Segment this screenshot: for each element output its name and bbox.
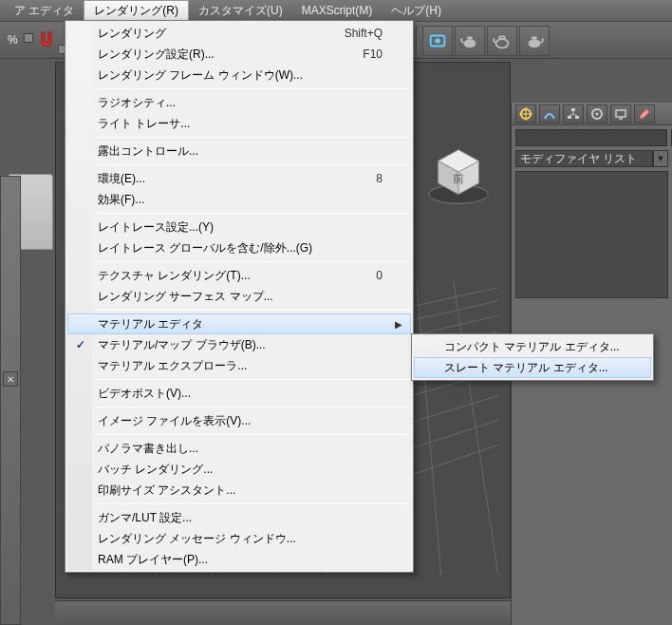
svg-rect-19 <box>467 36 473 39</box>
menu-item-accelerator: F10 <box>363 47 383 61</box>
menu-item[interactable]: 環境(E)...8 <box>67 168 411 189</box>
viewcube-face-label: 前 <box>453 172 464 184</box>
menu-item[interactable]: ライト トレーサ... <box>67 113 411 134</box>
menu-item-label: ガンマ/LUT 設定... <box>98 510 383 526</box>
teapot-render-last-button[interactable] <box>519 26 550 56</box>
menu-item-label: ビデオポスト(V)... <box>98 386 383 402</box>
menu-separator <box>96 137 409 138</box>
svg-line-36 <box>573 114 577 116</box>
menu-item-label: マテリアル エディタ <box>98 316 383 332</box>
hierarchy-tab[interactable] <box>563 104 584 123</box>
left-dock-close-icon[interactable]: ✕ <box>3 371 18 387</box>
menu-separator <box>96 434 409 435</box>
menu-item-label: レンダリング <box>98 26 345 42</box>
menu-item-label: ラジオシティ... <box>98 95 383 111</box>
toolbar-separator <box>416 26 419 54</box>
svg-point-18 <box>464 39 476 47</box>
command-panel-tabs <box>512 103 672 125</box>
percent-flyout-icon[interactable] <box>24 33 33 43</box>
svg-rect-23 <box>532 36 537 39</box>
menu-item-label: 印刷サイズ アシスタント... <box>98 483 383 499</box>
menu-separator <box>96 213 409 214</box>
menu-separator <box>96 310 409 311</box>
menu-item[interactable]: パノラマ書き出し... <box>67 438 411 459</box>
menu-item-label: レンダリング フレーム ウィンドウ(W)... <box>98 67 383 84</box>
menu-customize[interactable]: カスタマイズ(U) <box>189 0 292 21</box>
menu-rendering[interactable]: レンダリング(R) <box>84 0 189 21</box>
menu-item[interactable]: レンダリング メッセージ ウィンドウ... <box>67 528 411 549</box>
menu-item[interactable]: ビデオポスト(V)... <box>67 383 411 404</box>
menu-item[interactable]: レイトレース グローバルを含む/除外...(G) <box>67 237 411 258</box>
svg-point-17 <box>435 38 440 44</box>
check-icon: ✓ <box>73 337 88 352</box>
menu-item[interactable]: ラジオシティ... <box>67 92 411 113</box>
menu-item-label: イメージ ファイルを表示(V)... <box>98 413 383 429</box>
main-menubar: ア エディタ レンダリング(R) カスタマイズ(U) MAXScript(M) … <box>0 0 672 21</box>
submenu-arrow-icon: ▶ <box>395 319 402 330</box>
submenu-item[interactable]: スレート マテリアル エディタ... <box>414 357 651 378</box>
menu-item[interactable]: マテリアル エクスプローラ... <box>67 355 411 376</box>
modify-tab[interactable] <box>539 104 560 123</box>
svg-line-14 <box>417 281 441 576</box>
snap-magnet-icon[interactable] <box>39 29 54 50</box>
modifier-stack[interactable] <box>515 171 668 298</box>
menu-item-label: ライト トレーサ... <box>98 116 383 132</box>
menu-item-label: RAM プレイヤー(P)... <box>98 552 383 568</box>
svg-rect-32 <box>568 116 571 119</box>
menu-separator <box>96 88 409 89</box>
menu-item[interactable]: テクスチャ レンダリング(T)...0 <box>67 265 411 286</box>
menu-item-label: 効果(F)... <box>98 192 383 208</box>
menu-item[interactable]: 印刷サイズ アシスタント... <box>67 480 411 501</box>
menu-item[interactable]: レンダリング設定(R)...F10 <box>67 44 411 65</box>
render-setup-button[interactable] <box>422 26 453 56</box>
menu-item-label: パノラマ書き出し... <box>98 441 383 457</box>
teapot-render-button[interactable] <box>455 26 485 56</box>
menu-item[interactable]: 露出コントロール... <box>67 141 411 161</box>
svg-rect-39 <box>616 110 625 117</box>
menu-item-label: レンダリング設定(R)... <box>98 47 363 63</box>
motion-tab[interactable] <box>587 104 607 123</box>
menu-item-accelerator: Shift+Q <box>345 27 383 40</box>
viewcube[interactable]: 前 <box>421 141 495 215</box>
svg-point-22 <box>529 39 541 47</box>
menu-item[interactable]: マテリアル エディタ▶ <box>67 313 411 334</box>
modifier-list-arrow-icon[interactable]: ▼ <box>653 150 668 167</box>
object-name-input[interactable] <box>515 129 667 146</box>
menu-item[interactable]: ガンマ/LUT 設定... <box>67 507 411 528</box>
menu-item-label: マテリアル/マップ ブラウザ(B)... <box>98 337 383 353</box>
menu-item[interactable]: ✓マテリアル/マップ ブラウザ(B)... <box>67 334 411 355</box>
svg-line-35 <box>569 114 573 116</box>
menu-item-label: バッチ レンダリング... <box>98 462 383 478</box>
menu-separator <box>96 164 409 165</box>
utilities-tab[interactable] <box>634 104 655 123</box>
menu-separator <box>96 503 409 504</box>
menu-item[interactable]: レンダリングShift+Q <box>67 23 411 44</box>
menu-item[interactable]: レイトレース設定...(Y) <box>67 217 411 237</box>
modifier-list-dropdown[interactable]: モディファイヤ リスト <box>515 150 653 167</box>
menu-item-label: テクスチャ レンダリング(T)... <box>98 268 376 284</box>
menu-material-editor[interactable]: ア エディタ <box>5 0 84 21</box>
menu-item-label: レイトレース設定...(Y) <box>98 219 383 236</box>
menu-item[interactable]: バッチ レンダリング... <box>67 459 411 480</box>
timeline-bar[interactable] <box>55 600 511 625</box>
menu-item-label: レイトレース グローバルを含む/除外...(G) <box>98 240 383 256</box>
submenu-item[interactable]: コンパクト マテリアル エディタ... <box>414 336 651 357</box>
menu-help[interactable]: ヘルプ(H) <box>382 0 451 21</box>
teapot-render-region-button[interactable] <box>487 26 517 56</box>
svg-rect-33 <box>575 116 579 119</box>
menu-item-label: レンダリング サーフェス マップ... <box>98 289 383 305</box>
menu-item[interactable]: レンダリング サーフェス マップ... <box>67 286 411 307</box>
render-toolbar-group <box>414 26 550 56</box>
menu-item-accelerator: 8 <box>376 172 383 185</box>
menu-separator <box>96 379 409 380</box>
svg-point-38 <box>596 112 599 115</box>
menu-item[interactable]: RAM プレイヤー(P)... <box>67 549 411 570</box>
menu-item[interactable]: 効果(F)... <box>67 189 411 210</box>
menu-item-label: レンダリング メッセージ ウィンドウ... <box>98 531 383 547</box>
menu-maxscript[interactable]: MAXScript(M) <box>292 0 383 21</box>
create-tab[interactable] <box>515 104 536 123</box>
submenu-item-label: スレート マテリアル エディタ... <box>444 360 623 376</box>
menu-item[interactable]: イメージ ファイルを表示(V)... <box>67 410 411 431</box>
menu-item[interactable]: レンダリング フレーム ウィンドウ(W)... <box>67 65 411 85</box>
display-tab[interactable] <box>610 104 631 123</box>
